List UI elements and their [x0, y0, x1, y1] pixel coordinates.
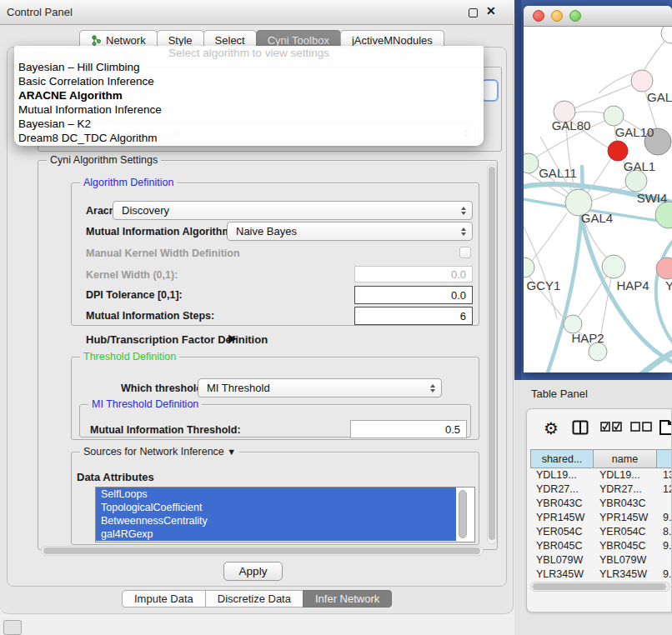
network-canvas[interactable]: GAL GAL80 GAL10 GAL1 GAL11 SWI4 GAL4 GCY…: [524, 27, 672, 372]
algorithm-option[interactable]: Bayesian – K2: [14, 118, 484, 132]
node-hap4[interactable]: [602, 255, 625, 278]
sources-title-text: Sources for Network Inference: [83, 446, 224, 458]
kernel-width-label: Kernel Width (0,1):: [86, 269, 178, 281]
table-rows: YDL19... YDL19... 13 YDR27... YDR27... 1…: [530, 468, 672, 590]
settings-vertical-scrollbar[interactable]: [487, 164, 497, 544]
combo-arrows-icon: [461, 228, 466, 236]
node-table: shared... name A YDL19... YDL19... 13 YD…: [530, 449, 672, 590]
tab-impute-data[interactable]: Impute Data: [122, 590, 206, 608]
cyni-bottom-tabbar: Impute Data Discretize Data Infer Networ…: [122, 590, 391, 608]
settings-horizontal-scrollbar[interactable]: [41, 546, 484, 556]
mi-steps-field[interactable]: [354, 307, 473, 325]
data-attributes-list[interactable]: SelfLoops TopologicalCoefficient Between…: [95, 487, 475, 542]
cell: YBR043C: [530, 497, 594, 511]
mi-threshold-field[interactable]: [350, 420, 467, 438]
cell: [657, 497, 672, 511]
node-label: HAP4: [616, 278, 649, 292]
table-row[interactable]: YPR145W YPR145W 9.: [530, 511, 672, 525]
node-swi4[interactable]: [655, 202, 672, 228]
attribute-item[interactable]: gal4RGexp: [96, 528, 456, 541]
hub-expand-arrow-icon[interactable]: ▶: [228, 332, 237, 344]
gear-icon[interactable]: ⚙: [544, 418, 559, 438]
table-row[interactable]: YLR345W YLR345W 9.: [530, 568, 672, 582]
aracne-mode-combo[interactable]: Discovery: [113, 201, 473, 220]
mi-steps-label: Mutual Information Steps:: [86, 310, 214, 322]
attribute-item[interactable]: BetweennessCentrality: [96, 514, 456, 528]
desktop-shadow: [514, 0, 521, 380]
data-attributes-label: Data Attributes: [77, 471, 154, 483]
cell: YLR345W: [530, 568, 594, 582]
new-table-icon[interactable]: [659, 419, 672, 436]
cell: YBR043C: [594, 497, 657, 511]
tab-discretize-data[interactable]: Discretize Data: [205, 590, 303, 608]
column-header-a[interactable]: A: [657, 449, 672, 468]
table-panel-body: ⚙ shared... name A YDL19...: [526, 408, 672, 612]
combo-arrows-icon: [461, 207, 466, 215]
cell: 9.: [657, 568, 672, 582]
sources-group-title: Sources for Network Inference ▼: [80, 446, 239, 458]
manual-kernel-width-checkbox[interactable]: [459, 247, 471, 258]
close-icon[interactable]: ✕: [486, 4, 496, 18]
minimize-window-icon[interactable]: [551, 10, 563, 22]
network-view-window[interactable]: GAL GAL80 GAL10 GAL1 GAL11 SWI4 GAL4 GCY…: [524, 6, 672, 372]
column-header-shared-name[interactable]: shared...: [530, 449, 594, 468]
attribute-list-scrollbar[interactable]: [458, 490, 468, 538]
aracne-mode-value: Discovery: [122, 204, 169, 217]
table-row[interactable]: YBR043C YBR043C: [530, 497, 672, 511]
node-label: GAL10: [615, 125, 654, 139]
cell: YPR145W: [530, 511, 594, 525]
checked-boxes-icon[interactable]: [600, 422, 622, 432]
node[interactable]: [661, 27, 672, 43]
minimized-panel-icon[interactable]: [3, 620, 22, 635]
algorithm-option[interactable]: Dream8 DC_TDC Algorithm: [14, 132, 484, 146]
node-red-selected[interactable]: [608, 141, 628, 161]
cell: YDL19...: [530, 468, 594, 482]
cell: YDR27...: [594, 482, 657, 497]
cell: YBR045C: [594, 539, 657, 553]
algorithm-option[interactable]: Basic Correlation Inference: [14, 75, 484, 89]
unchecked-boxes-icon[interactable]: [630, 422, 652, 432]
table-row[interactable]: YBR045C YBR045C 9.: [530, 539, 672, 553]
attribute-item[interactable]: TopologicalCoefficient: [96, 501, 456, 514]
float-panel-icon[interactable]: [469, 8, 478, 18]
tab-style-label: Style: [168, 34, 193, 47]
cell: 9.: [657, 539, 672, 553]
node-gal2[interactable]: [631, 70, 653, 92]
algorithm-option-selected[interactable]: ARACNE Algorithm: [14, 89, 484, 103]
cell: YER054C: [594, 525, 657, 539]
cell: YDL19...: [594, 468, 657, 482]
control-panel-title: Control Panel: [7, 6, 73, 18]
table-row[interactable]: YER054C YER054C 8.: [530, 525, 672, 539]
cell: 8.: [657, 525, 672, 539]
node[interactable]: [589, 342, 607, 361]
zoom-window-icon[interactable]: [569, 10, 581, 22]
table-horizontal-scrollbar[interactable]: [530, 582, 670, 592]
close-window-icon[interactable]: [533, 10, 544, 22]
algorithm-combo-focus-ring[interactable]: [481, 79, 499, 102]
apply-button[interactable]: Apply: [223, 562, 283, 581]
node-label: Y: [665, 278, 672, 292]
mi-algorithm-type-value: Naive Bayes: [236, 225, 297, 238]
mi-algorithm-type-combo[interactable]: Naive Bayes: [227, 222, 473, 241]
tab-infer-network[interactable]: Infer Network: [303, 590, 392, 608]
node-gal10[interactable]: [604, 106, 624, 126]
column-header-name[interactable]: name: [594, 449, 657, 468]
control-panel-titlebar: Control Panel ✕: [0, 0, 514, 25]
table-row[interactable]: YBL079W YBL079W: [530, 553, 672, 568]
table-row[interactable]: YDR27... YDR27... 12: [530, 482, 672, 497]
split-columns-icon[interactable]: [572, 420, 589, 435]
sources-collapse-arrow-icon[interactable]: ▼: [227, 447, 236, 457]
network-window-titlebar[interactable]: [524, 6, 672, 27]
algorithm-dropdown-placeholder: Select algorithm to view settings: [14, 46, 484, 61]
table-row[interactable]: YDL19... YDL19... 13: [530, 468, 672, 482]
cell: [657, 553, 672, 568]
algorithm-option[interactable]: Mutual Information Inference: [14, 103, 484, 118]
node-gal11[interactable]: [524, 153, 539, 173]
kernel-width-field[interactable]: [354, 266, 473, 282]
which-threshold-combo[interactable]: MI Threshold: [198, 378, 442, 398]
node-label: GAL11: [539, 166, 577, 180]
dpi-tolerance-field[interactable]: [354, 286, 473, 304]
attribute-item[interactable]: SelfLoops: [96, 488, 456, 501]
algorithm-option[interactable]: Bayesian – Hill Climbing: [14, 61, 484, 75]
cell: 13: [657, 468, 672, 482]
